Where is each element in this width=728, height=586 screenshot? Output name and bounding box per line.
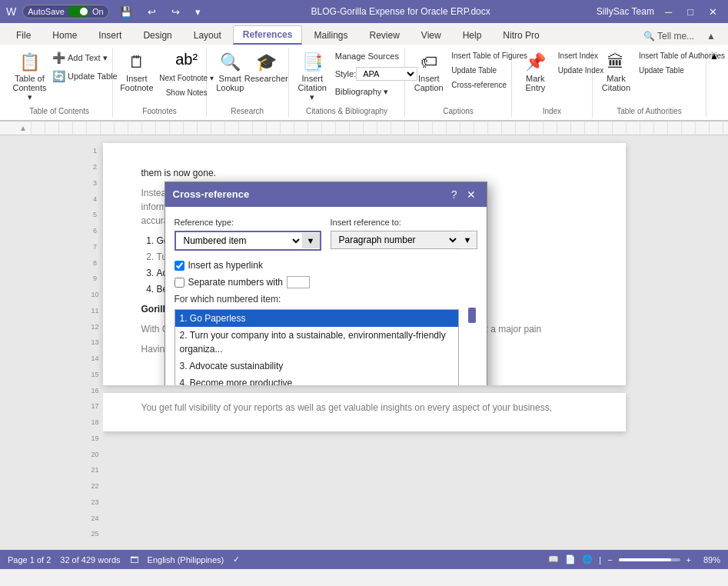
footnotes-group-title: Footnotes [119,105,199,115]
dialog-help-button[interactable]: ? [448,188,460,201]
mark-entry-label: MarkEntry [525,74,545,92]
for-which-item-1[interactable]: 2. Turn your company into a sustainable,… [175,327,458,358]
tab-design[interactable]: Design [133,26,181,45]
mark-citation-button[interactable]: 🏛 MarkCitation [599,49,633,95]
page-info: Page 1 of 2 [8,555,51,564]
insert-reference-label: Insert reference to: [331,216,477,229]
tab-home[interactable]: Home [42,26,87,45]
tell-me-input[interactable]: 🔍 Tell me... [637,28,700,45]
for-which-item-0[interactable]: 1. Go Paperless [175,310,458,327]
statusbar: Page 1 of 2 32 of 429 words 🗔 English (P… [0,550,728,569]
group-research: 🔍 SmartLookup 🎓 Researcher Research [207,48,289,117]
researcher-button[interactable]: 🎓 Researcher [249,49,284,86]
scrollbar-thumb[interactable] [468,308,476,323]
insert-caption-button[interactable]: 🏷 InsertCaption [411,49,446,95]
bibliography-label: Bibliography ▾ [335,87,389,97]
insert-citation-label: InsertCitation ▾ [298,74,327,102]
dialog-top-row: Reference type: Numbered item Heading Bo… [175,216,477,251]
close-button[interactable]: ✕ [704,5,722,19]
separator: | [599,555,601,564]
dialog-title: Cross-reference [173,187,250,202]
update-table-button[interactable]: 🔄 Update Table [48,68,121,85]
insert-hyperlink-row: Insert as hyperlink [175,258,477,272]
group-footnotes: 🗒 InsertFootnote ab² Next Footnote ▾ Sho… [113,48,206,117]
ruler-marks [31,122,728,135]
zoom-bar [619,558,680,561]
tab-file[interactable]: File [6,26,41,45]
zoom-level[interactable]: 89% [697,555,720,564]
undo-button[interactable]: ↩ [143,5,161,19]
insert-reference-arrow[interactable]: ▼ [459,232,477,248]
tab-insert[interactable]: Insert [88,26,131,45]
insert-hyperlink-checkbox[interactable] [175,261,184,271]
endnote-icon: ab² [174,49,199,70]
table-of-contents-button[interactable]: 📋 Table ofContents ▾ [12,49,47,105]
citations-group-title: Citations & Bibliography [295,105,399,115]
mark-citation-label: MarkCitation [602,74,630,92]
ribbon-collapse-btn[interactable]: ▲ [700,28,722,45]
add-text-button[interactable]: ➕ Add Text ▾ [48,49,121,66]
save-button[interactable]: 💾 [115,5,137,19]
zoom-minus[interactable]: − [607,555,612,564]
tab-view[interactable]: View [411,26,451,45]
tab-layout[interactable]: Layout [184,26,231,45]
ribbon-tabs: File Home Insert Design Layout Reference… [0,23,728,45]
tab-help[interactable]: Help [453,26,492,45]
for-which-list[interactable]: 1. Go Paperless2. Turn your company into… [175,309,459,385]
insert-citation-button[interactable]: 📑 InsertCitation ▾ [295,49,330,105]
insert-footnote-button[interactable]: 🗒 InsertFootnote [119,49,154,95]
document-page: them is now gone. Instead, the world is … [103,143,626,385]
autosave-toggle[interactable] [68,6,89,17]
group-index: 📌 MarkEntry Insert Index Update Index In… [512,48,593,117]
tab-references[interactable]: References [233,25,303,45]
maximize-button[interactable]: □ [683,5,698,19]
group-toa: 🏛 MarkCitation Insert Table of Authoriti… [593,48,706,117]
list-scrollbar[interactable] [468,292,477,385]
toa-group-title: Table of Authorities [599,105,700,115]
tab-mailings[interactable]: Mailings [304,26,357,45]
tab-nitro-pro[interactable]: Nitro Pro [493,26,549,45]
word-icon: W [6,5,16,18]
word-count: 32 of 429 words [60,555,120,564]
ribbon-collapse-arrow[interactable]: ▲ [706,48,722,117]
mark-entry-button[interactable]: 📌 MarkEntry [518,49,553,95]
document-area: 1234567891011121314151617181920212223242… [0,135,728,550]
ribbon-content: 📋 Table ofContents ▾ ➕ Add Text ▾ 🔄 Upda… [0,45,728,121]
customize-qat-button[interactable]: ▾ [191,5,205,19]
insert-footnote-icon: 🗒 [128,52,145,72]
group-citations: 📑 InsertCitation ▾ Manage Sources Style:… [289,48,406,117]
smart-lookup-button[interactable]: 🔍 SmartLookup [213,49,248,95]
ruler-marker: ▲ [15,124,31,132]
insert-reference-dropdown[interactable]: Paragraph number Paragraph text Above/be… [331,231,459,248]
reference-type-arrow[interactable]: ▼ [302,233,320,248]
minimize-button[interactable]: ─ [660,5,676,19]
captions-group-title: Captions [411,105,505,115]
research-group-title: Research [213,105,282,115]
for-which-item-3[interactable]: 4. Become more productive [175,375,458,385]
document-page-2: You get full visibility of your reports … [103,393,626,431]
toc-icon: 📋 [19,52,40,72]
show-notes-button[interactable]: Show Notes [162,86,211,99]
insert-citation-icon: 📑 [302,52,323,72]
for-which-col: For which numbered item: 1. Go Paperless… [175,292,459,385]
redo-button[interactable]: ↪ [167,5,184,19]
separate-numbers-checkbox[interactable] [175,278,184,288]
update-table-icon: 🔄 [52,70,65,82]
citations-buttons: 📑 InsertCitation ▾ Manage Sources Style:… [295,49,399,105]
dialog-close-button[interactable]: ✕ [464,188,479,201]
zoom-slider[interactable] [619,558,680,561]
separate-numbers-input[interactable] [287,276,310,288]
reference-type-dropdown[interactable]: Numbered item Heading Bookmark Footnote [176,232,302,249]
language-icon: 🗔 [130,555,138,564]
read-mode-icon[interactable]: 📖 [548,554,559,564]
zoom-plus[interactable]: + [686,555,691,564]
insert-footnote-label: InsertFootnote [120,74,153,92]
researcher-label: Researcher [244,74,288,83]
for-which-item-2[interactable]: 3. Advocate sustainability [175,358,458,375]
tab-review[interactable]: Review [360,26,410,45]
dialog-body: Reference type: Numbered item Heading Bo… [165,207,487,386]
ribbon: File Home Insert Design Layout Reference… [0,23,728,122]
for-which-label: For which numbered item: [175,292,459,306]
print-layout-icon[interactable]: 📄 [565,554,576,564]
web-layout-icon[interactable]: 🌐 [582,554,593,564]
